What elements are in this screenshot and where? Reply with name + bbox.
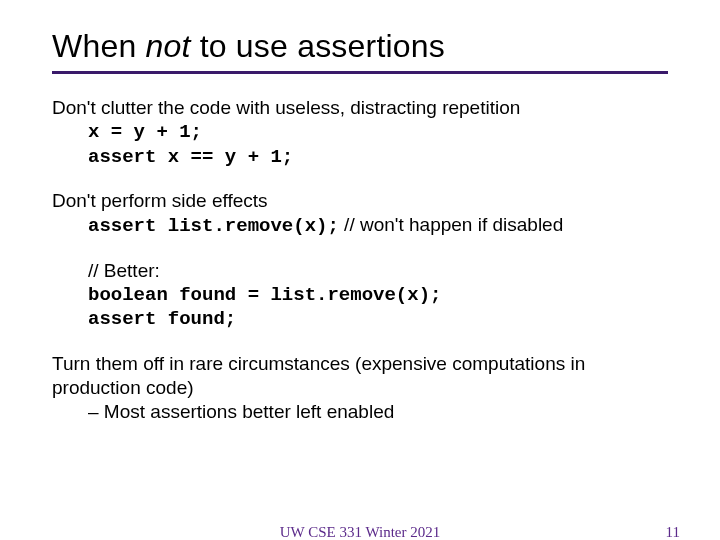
para-side-effects-lead: Don't perform side effects: [52, 189, 668, 213]
comment-better: // Better:: [88, 259, 668, 283]
slide: When not to use assertions Don't clutter…: [0, 0, 720, 540]
code-assert-redundant: assert x == y + 1;: [88, 145, 668, 169]
bullet-left-enabled: Most assertions better left enabled: [88, 400, 668, 424]
code-found-assign: boolean found = list.remove(x);: [88, 283, 668, 307]
code-assign: x = y + 1;: [88, 120, 668, 144]
para-turn-off-lead: Turn them off in rare circumstances (exp…: [52, 352, 668, 401]
para-better: // Better: boolean found = list.remove(x…: [52, 259, 668, 332]
title-emph: not: [145, 28, 190, 64]
slide-body: Don't clutter the code with useless, dis…: [52, 96, 668, 424]
slide-title: When not to use assertions: [52, 28, 668, 65]
footer-page-number: 11: [666, 524, 680, 540]
para-clutter-lead: Don't clutter the code with useless, dis…: [52, 96, 668, 120]
footer-course: UW CSE 331 Winter 2021: [280, 524, 441, 540]
para-clutter: Don't clutter the code with useless, dis…: [52, 96, 668, 169]
code-assert-found: assert found;: [88, 307, 668, 331]
para-side-effects: Don't perform side effects assert list.r…: [52, 189, 668, 239]
code-side-effect: assert list.remove(x);: [88, 215, 339, 237]
title-text-2: to use assertions: [191, 28, 445, 64]
title-text-1: When: [52, 28, 145, 64]
title-rule: [52, 71, 668, 74]
comment-disabled: // won't happen if disabled: [339, 214, 563, 235]
para-turn-off: Turn them off in rare circumstances (exp…: [52, 352, 668, 425]
code-side-effect-line: assert list.remove(x); // won't happen i…: [88, 213, 668, 238]
